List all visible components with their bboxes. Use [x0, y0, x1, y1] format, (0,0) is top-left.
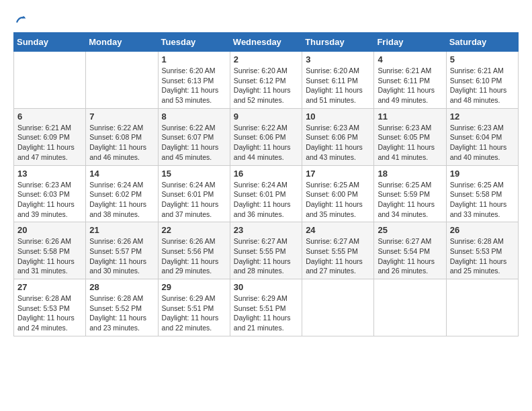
calendar-cell: 10Sunrise: 6:23 AMSunset: 6:06 PMDayligh… [302, 108, 374, 165]
calendar-header-row: SundayMondayTuesdayWednesdayThursdayFrid… [14, 33, 519, 52]
calendar-cell: 29Sunrise: 6:29 AMSunset: 5:51 PMDayligh… [158, 279, 230, 336]
day-number: 10 [306, 111, 370, 122]
day-number: 29 [162, 282, 226, 292]
day-number: 12 [450, 111, 515, 122]
cell-text: Sunrise: 6:27 AMSunset: 5:55 PMDaylight:… [234, 236, 298, 276]
calendar-cell: 24Sunrise: 6:27 AMSunset: 5:55 PMDayligh… [302, 222, 374, 279]
calendar-table: SundayMondayTuesdayWednesdayThursdayFrid… [13, 32, 519, 336]
day-number: 8 [162, 111, 226, 122]
cell-text: Sunrise: 6:20 AMSunset: 6:13 PMDaylight:… [162, 66, 226, 105]
cell-text: Sunrise: 6:25 AMSunset: 6:00 PMDaylight:… [306, 180, 370, 220]
day-number: 28 [89, 282, 154, 292]
calendar-cell: 23Sunrise: 6:27 AMSunset: 5:55 PMDayligh… [230, 222, 302, 279]
day-number: 20 [17, 225, 82, 235]
calendar-cell: 6Sunrise: 6:21 AMSunset: 6:09 PMDaylight… [14, 108, 86, 165]
calendar-cell [86, 52, 158, 109]
day-number: 23 [234, 225, 298, 235]
calendar-cell: 27Sunrise: 6:28 AMSunset: 5:53 PMDayligh… [14, 279, 86, 336]
cell-text: Sunrise: 6:24 AMSunset: 6:01 PMDaylight:… [234, 180, 298, 220]
day-number: 22 [162, 225, 226, 235]
calendar-cell: 2Sunrise: 6:20 AMSunset: 6:12 PMDaylight… [230, 52, 302, 109]
calendar-cell [374, 279, 446, 336]
day-number: 7 [89, 111, 154, 122]
cell-text: Sunrise: 6:26 AMSunset: 5:56 PMDaylight:… [162, 236, 226, 276]
day-number: 3 [306, 54, 370, 64]
cell-text: Sunrise: 6:29 AMSunset: 5:51 PMDaylight:… [162, 293, 226, 333]
cell-text: Sunrise: 6:20 AMSunset: 6:11 PMDaylight:… [306, 66, 370, 105]
calendar-cell: 14Sunrise: 6:24 AMSunset: 6:02 PMDayligh… [86, 165, 158, 222]
calendar-cell [302, 279, 374, 336]
day-number: 27 [17, 282, 82, 292]
day-number: 18 [378, 169, 442, 179]
cell-text: Sunrise: 6:27 AMSunset: 5:55 PMDaylight:… [306, 236, 370, 276]
day-number: 15 [162, 169, 226, 179]
calendar-day-header: Wednesday [230, 33, 302, 52]
day-number: 30 [234, 282, 298, 292]
calendar-cell: 22Sunrise: 6:26 AMSunset: 5:56 PMDayligh… [158, 222, 230, 279]
cell-text: Sunrise: 6:26 AMSunset: 5:57 PMDaylight:… [89, 236, 154, 276]
day-number: 21 [89, 225, 154, 235]
day-number: 14 [89, 169, 154, 179]
cell-text: Sunrise: 6:22 AMSunset: 6:07 PMDaylight:… [162, 123, 226, 163]
day-number: 11 [378, 111, 442, 122]
calendar-body: 1Sunrise: 6:20 AMSunset: 6:13 PMDaylight… [14, 52, 519, 336]
cell-text: Sunrise: 6:22 AMSunset: 6:08 PMDaylight:… [89, 123, 154, 163]
calendar-week-row: 27Sunrise: 6:28 AMSunset: 5:53 PMDayligh… [14, 279, 519, 336]
cell-text: Sunrise: 6:20 AMSunset: 6:12 PMDaylight:… [234, 66, 298, 105]
cell-text: Sunrise: 6:21 AMSunset: 6:10 PMDaylight:… [450, 66, 515, 105]
cell-text: Sunrise: 6:25 AMSunset: 5:58 PMDaylight:… [450, 180, 515, 220]
day-number: 19 [450, 169, 515, 179]
calendar-week-row: 20Sunrise: 6:26 AMSunset: 5:58 PMDayligh… [14, 222, 519, 279]
calendar-cell: 9Sunrise: 6:22 AMSunset: 6:06 PMDaylight… [230, 108, 302, 165]
day-number: 5 [450, 54, 515, 64]
header [13, 13, 519, 26]
logo-icon [15, 13, 27, 26]
cell-text: Sunrise: 6:27 AMSunset: 5:54 PMDaylight:… [378, 236, 442, 276]
calendar-cell: 17Sunrise: 6:25 AMSunset: 6:00 PMDayligh… [302, 165, 374, 222]
day-number: 1 [162, 54, 226, 64]
day-number: 2 [234, 54, 298, 64]
day-number: 6 [17, 111, 82, 122]
calendar-day-header: Saturday [446, 33, 518, 52]
cell-text: Sunrise: 6:21 AMSunset: 6:11 PMDaylight:… [378, 66, 442, 105]
calendar-day-header: Friday [374, 33, 446, 52]
calendar-week-row: 13Sunrise: 6:23 AMSunset: 6:03 PMDayligh… [14, 165, 519, 222]
calendar-cell: 13Sunrise: 6:23 AMSunset: 6:03 PMDayligh… [14, 165, 86, 222]
calendar-cell: 3Sunrise: 6:20 AMSunset: 6:11 PMDaylight… [302, 52, 374, 109]
calendar-cell: 1Sunrise: 6:20 AMSunset: 6:13 PMDaylight… [158, 52, 230, 109]
day-number: 17 [306, 169, 370, 179]
cell-text: Sunrise: 6:26 AMSunset: 5:58 PMDaylight:… [17, 236, 82, 276]
cell-text: Sunrise: 6:23 AMSunset: 6:06 PMDaylight:… [306, 123, 370, 163]
cell-text: Sunrise: 6:29 AMSunset: 5:51 PMDaylight:… [234, 293, 298, 333]
calendar-week-row: 1Sunrise: 6:20 AMSunset: 6:13 PMDaylight… [14, 52, 519, 109]
day-number: 25 [378, 225, 442, 235]
calendar-cell [446, 279, 518, 336]
calendar-cell: 18Sunrise: 6:25 AMSunset: 5:59 PMDayligh… [374, 165, 446, 222]
day-number: 4 [378, 54, 442, 64]
cell-text: Sunrise: 6:24 AMSunset: 6:02 PMDaylight:… [89, 180, 154, 220]
cell-text: Sunrise: 6:28 AMSunset: 5:53 PMDaylight:… [17, 293, 82, 333]
calendar-cell: 25Sunrise: 6:27 AMSunset: 5:54 PMDayligh… [374, 222, 446, 279]
cell-text: Sunrise: 6:22 AMSunset: 6:06 PMDaylight:… [234, 123, 298, 163]
cell-text: Sunrise: 6:28 AMSunset: 5:52 PMDaylight:… [89, 293, 154, 333]
calendar-day-header: Tuesday [158, 33, 230, 52]
day-number: 9 [234, 111, 298, 122]
calendar-day-header: Thursday [302, 33, 374, 52]
calendar-week-row: 6Sunrise: 6:21 AMSunset: 6:09 PMDaylight… [14, 108, 519, 165]
calendar-cell: 30Sunrise: 6:29 AMSunset: 5:51 PMDayligh… [230, 279, 302, 336]
calendar-day-header: Monday [86, 33, 158, 52]
calendar-cell: 8Sunrise: 6:22 AMSunset: 6:07 PMDaylight… [158, 108, 230, 165]
calendar-cell: 19Sunrise: 6:25 AMSunset: 5:58 PMDayligh… [446, 165, 518, 222]
calendar-cell: 16Sunrise: 6:24 AMSunset: 6:01 PMDayligh… [230, 165, 302, 222]
cell-text: Sunrise: 6:25 AMSunset: 5:59 PMDaylight:… [378, 180, 442, 220]
calendar-cell: 26Sunrise: 6:28 AMSunset: 5:53 PMDayligh… [446, 222, 518, 279]
calendar-cell: 20Sunrise: 6:26 AMSunset: 5:58 PMDayligh… [14, 222, 86, 279]
cell-text: Sunrise: 6:23 AMSunset: 6:03 PMDaylight:… [17, 180, 82, 220]
calendar-cell: 21Sunrise: 6:26 AMSunset: 5:57 PMDayligh… [86, 222, 158, 279]
cell-text: Sunrise: 6:24 AMSunset: 6:01 PMDaylight:… [162, 180, 226, 220]
calendar-cell [14, 52, 86, 109]
cell-text: Sunrise: 6:23 AMSunset: 6:05 PMDaylight:… [378, 123, 442, 163]
logo [13, 13, 27, 26]
day-number: 24 [306, 225, 370, 235]
day-number: 26 [450, 225, 515, 235]
